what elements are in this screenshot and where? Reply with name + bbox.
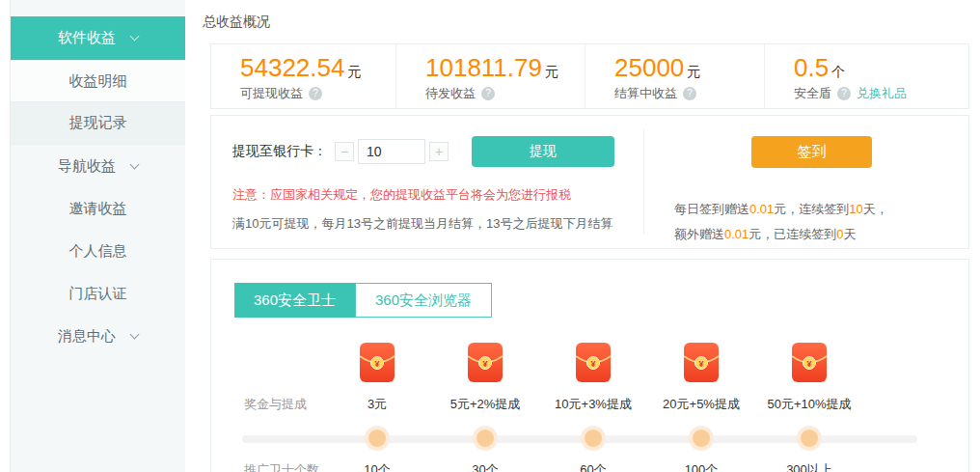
signin-section: 签到 每日签到赠送0.01元，连续签到10天， 额外赠送0.01元，已连续签到0… xyxy=(644,116,968,248)
stat-column: 101811.79元待发收益? xyxy=(396,44,585,108)
milestone-envelope-cell: ¥ xyxy=(755,344,863,384)
sidebar-item-软件收益[interactable]: 软件收益 xyxy=(11,16,185,60)
earnings-summary-card: 54322.54元可提现收益?101811.79元待发收益?25000元结算中收… xyxy=(210,43,969,109)
sidebar-item-label: 提现记录 xyxy=(69,114,127,132)
svg-text:¥: ¥ xyxy=(806,359,811,369)
stat-column: 54322.54元可提现收益? xyxy=(211,44,396,108)
svg-text:¥: ¥ xyxy=(482,359,487,369)
stat-value-row: 101811.79元 xyxy=(425,54,585,81)
milestone-dot xyxy=(476,430,494,447)
red-envelope-icon: ¥ xyxy=(576,343,611,385)
sidebar-item-label: 门店认证 xyxy=(69,285,127,303)
withdraw-button[interactable]: 提现 xyxy=(472,136,614,167)
stat-unit: 元 xyxy=(545,64,558,79)
tab-360安全卫士[interactable]: 360安全卫士 xyxy=(234,283,355,318)
sidebar: 软件收益收益明细提现记录导航收益邀请收益个人信息门店认证消息中心 xyxy=(10,0,185,472)
withdraw-to-bank-label: 提现至银行卡： xyxy=(232,143,327,160)
tax-warning-text: 注意：应国家相关规定，您的提现收益平台将会为您进行报税 xyxy=(232,186,643,204)
signin-highlight: 0.01 xyxy=(724,227,749,241)
stat-label-row: 结算中收益? xyxy=(614,85,764,102)
svg-text:¥: ¥ xyxy=(590,359,595,369)
chevron-down-icon xyxy=(130,329,140,339)
tab-label: 360安全卫士 xyxy=(254,292,336,310)
signin-button[interactable]: 签到 xyxy=(751,136,872,168)
signin-text: 额外赠送 xyxy=(674,227,724,241)
stat-unit: 元 xyxy=(347,64,361,79)
progress-track-row xyxy=(234,429,970,450)
milestone-envelope-cell: ¥ xyxy=(323,344,431,384)
bonus-row-label: 奖金与提成 xyxy=(234,396,323,413)
sidebar-item-门店认证[interactable]: 门店认证 xyxy=(11,272,185,315)
amount-decrement-button[interactable]: − xyxy=(335,142,354,161)
sidebar-item-提现记录[interactable]: 提现记录 xyxy=(11,102,185,145)
help-icon[interactable]: ? xyxy=(309,87,322,100)
milestone-dot xyxy=(693,430,710,447)
milestone-count-label: 100个 xyxy=(647,461,755,472)
milestone-dot xyxy=(801,430,818,447)
stat-value: 54322.54 xyxy=(240,53,344,82)
sidebar-item-label: 导航收益 xyxy=(58,157,116,176)
sidebar-item-导航收益[interactable]: 导航收益 xyxy=(11,145,185,187)
promotion-card: 360安全卫士360安全浏览器 ¥¥¥¥¥ 奖金与提成 3元5元+2%提成10元… xyxy=(210,259,969,472)
milestone-count-label: 10个 xyxy=(323,461,431,472)
sidebar-item-label: 邀请收益 xyxy=(69,200,127,218)
stat-value: 0.5 xyxy=(794,53,829,82)
withdraw-section: 提现至银行卡： − + 提现 注意：应国家相关规定，您的提现收益平台将会为您进行… xyxy=(211,116,643,248)
signin-text: 每日签到赠送 xyxy=(674,202,749,216)
milestone-bonus-label: 3元 xyxy=(323,396,431,413)
stat-label: 结算中收益 xyxy=(614,85,677,102)
help-icon[interactable]: ? xyxy=(683,87,696,100)
stat-column: 25000元结算中收益? xyxy=(585,44,765,108)
sidebar-item-label: 个人信息 xyxy=(69,242,127,261)
milestone-dot xyxy=(585,430,602,447)
help-icon[interactable]: ? xyxy=(481,87,495,100)
signin-highlight: 10 xyxy=(849,202,862,216)
milestone-bonus-label: 20元+5%提成 xyxy=(647,396,755,413)
withdraw-amount-input[interactable] xyxy=(358,139,425,164)
milestone-bonus-label: 50元+10%提成 xyxy=(755,396,863,413)
milestone-envelope-cell: ¥ xyxy=(431,344,539,384)
tab-360安全浏览器[interactable]: 360安全浏览器 xyxy=(355,283,492,318)
page-title: 总收益概况 xyxy=(203,14,270,31)
withdraw-rule-text: 满10元可提现，每月13号之前提现当月结算，13号之后提现下月结算 xyxy=(232,215,643,233)
milestone-dot xyxy=(368,430,386,447)
count-row-label: 推广卫士个数 xyxy=(234,461,323,472)
sidebar-item-收益明细[interactable]: 收益明细 xyxy=(11,60,185,102)
help-icon[interactable]: ? xyxy=(837,87,851,100)
milestone-table: ¥¥¥¥¥ 奖金与提成 3元5元+2%提成10元+3%提成20元+5%提成50元… xyxy=(234,344,970,472)
bonus-row: 奖金与提成 3元5元+2%提成10元+3%提成20元+5%提成50元+10%提成 xyxy=(234,396,970,413)
chevron-down-icon xyxy=(130,159,140,169)
sidebar-item-label: 软件收益 xyxy=(58,29,116,47)
milestone-bonus-label: 10元+3%提成 xyxy=(539,396,647,413)
signin-text: 元，已连续签到 xyxy=(749,227,836,241)
stat-column: 0.5个安全盾?兑换礼品 xyxy=(765,44,968,108)
sidebar-item-label: 收益明细 xyxy=(69,72,127,91)
milestone-bonus-label: 5元+2%提成 xyxy=(431,396,539,413)
svg-text:¥: ¥ xyxy=(374,359,379,369)
signin-highlight: 0.01 xyxy=(749,202,774,216)
main-content: 总收益概况 54322.54元可提现收益?101811.79元待发收益?2500… xyxy=(203,0,980,472)
sidebar-item-消息中心[interactable]: 消息中心 xyxy=(11,315,185,357)
envelope-row: ¥¥¥¥¥ xyxy=(234,344,970,384)
stat-value-row: 25000元 xyxy=(614,54,764,81)
stat-unit: 元 xyxy=(687,64,700,79)
signin-text: 元，连续签到 xyxy=(774,202,849,216)
tab-label: 360安全浏览器 xyxy=(375,292,472,310)
signin-notes: 每日签到赠送0.01元，连续签到10天， 额外赠送0.01元，已连续签到0天 xyxy=(674,197,968,247)
red-envelope-icon: ¥ xyxy=(684,343,719,385)
stat-label: 安全盾 xyxy=(794,85,831,102)
stat-label: 待发收益 xyxy=(425,85,476,102)
red-envelope-icon: ¥ xyxy=(792,343,827,385)
sidebar-item-个人信息[interactable]: 个人信息 xyxy=(11,230,185,272)
counts-row: 推广卫士个数 10个30个60个100个300以上 xyxy=(234,461,970,472)
exchange-gift-link[interactable]: 兑换礼品 xyxy=(857,85,907,102)
stat-value-row: 54322.54元 xyxy=(240,54,395,81)
amount-increment-button[interactable]: + xyxy=(429,142,449,161)
milestone-count-label: 60个 xyxy=(539,461,647,472)
product-tabs: 360安全卫士360安全浏览器 xyxy=(234,283,968,318)
stat-value: 25000 xyxy=(614,53,684,82)
stat-label: 可提现收益 xyxy=(240,85,303,102)
signin-note-line1: 每日签到赠送0.01元，连续签到10天， xyxy=(674,197,968,222)
sidebar-item-邀请收益[interactable]: 邀请收益 xyxy=(11,187,185,230)
stat-value-row: 0.5个 xyxy=(794,54,968,81)
